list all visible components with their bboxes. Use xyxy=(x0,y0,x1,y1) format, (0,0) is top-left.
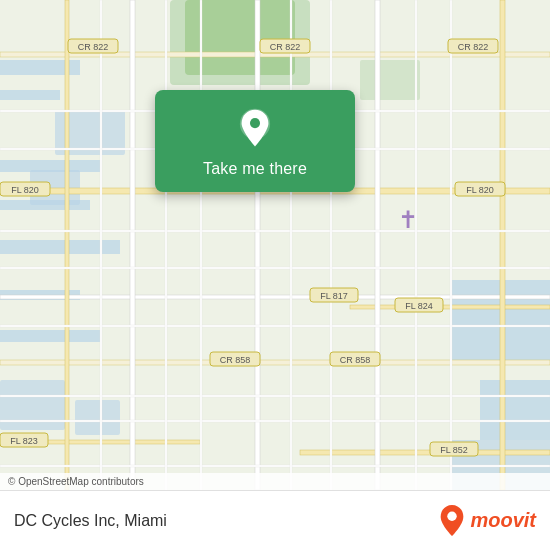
svg-text:CR 822: CR 822 xyxy=(270,42,301,52)
svg-text:FL 823: FL 823 xyxy=(10,436,38,446)
location-card: Take me there xyxy=(155,90,355,192)
svg-rect-44 xyxy=(450,0,452,490)
svg-rect-24 xyxy=(300,450,550,455)
moovit-pin-icon xyxy=(438,504,466,538)
svg-point-71 xyxy=(448,511,457,520)
svg-rect-20 xyxy=(0,295,550,299)
svg-rect-36 xyxy=(0,420,550,422)
svg-rect-34 xyxy=(0,325,550,327)
svg-rect-9 xyxy=(480,380,550,440)
svg-rect-35 xyxy=(0,395,550,397)
svg-rect-26 xyxy=(255,0,260,490)
svg-rect-42 xyxy=(330,0,332,490)
app-title: DC Cycles Inc, Miami xyxy=(14,512,167,530)
svg-text:FL 852: FL 852 xyxy=(440,445,468,455)
svg-rect-15 xyxy=(0,380,65,430)
svg-text:CR 822: CR 822 xyxy=(78,42,109,52)
svg-text:FL 820: FL 820 xyxy=(11,185,39,195)
svg-rect-38 xyxy=(100,0,102,490)
svg-point-70 xyxy=(250,118,260,128)
svg-rect-39 xyxy=(165,0,167,490)
moovit-logo: moovit xyxy=(438,504,536,538)
svg-text:FL 817: FL 817 xyxy=(320,291,348,301)
svg-rect-43 xyxy=(415,0,417,490)
svg-text:CR 858: CR 858 xyxy=(340,355,371,365)
map-attribution: © OpenStreetMap contributors xyxy=(0,473,550,490)
svg-rect-41 xyxy=(290,0,292,490)
svg-text:✝: ✝ xyxy=(398,206,418,233)
svg-rect-40 xyxy=(200,0,202,490)
svg-text:FL 820: FL 820 xyxy=(466,185,494,195)
svg-rect-16 xyxy=(75,400,120,435)
bottom-bar: DC Cycles Inc, Miami moovit xyxy=(0,490,550,550)
map-container: CR 822 CR 822 CR 822 FL 820 FL 820 FL 81… xyxy=(0,0,550,490)
svg-rect-2 xyxy=(0,90,60,100)
svg-text:CR 822: CR 822 xyxy=(458,42,489,52)
svg-rect-17 xyxy=(360,60,420,100)
svg-rect-33 xyxy=(0,267,550,269)
svg-rect-21 xyxy=(0,360,550,365)
svg-text:CR 858: CR 858 xyxy=(220,355,251,365)
take-me-there-button[interactable]: Take me there xyxy=(203,160,307,178)
svg-rect-27 xyxy=(375,0,380,490)
svg-rect-25 xyxy=(130,0,135,490)
map-svg: CR 822 CR 822 CR 822 FL 820 FL 820 FL 81… xyxy=(0,0,550,490)
location-pin-icon xyxy=(234,108,276,150)
svg-rect-37 xyxy=(0,465,550,467)
moovit-label: moovit xyxy=(470,509,536,532)
svg-rect-29 xyxy=(65,0,69,490)
svg-rect-28 xyxy=(500,0,505,490)
svg-rect-7 xyxy=(0,330,100,342)
svg-text:FL 824: FL 824 xyxy=(405,301,433,311)
svg-rect-32 xyxy=(0,230,550,232)
